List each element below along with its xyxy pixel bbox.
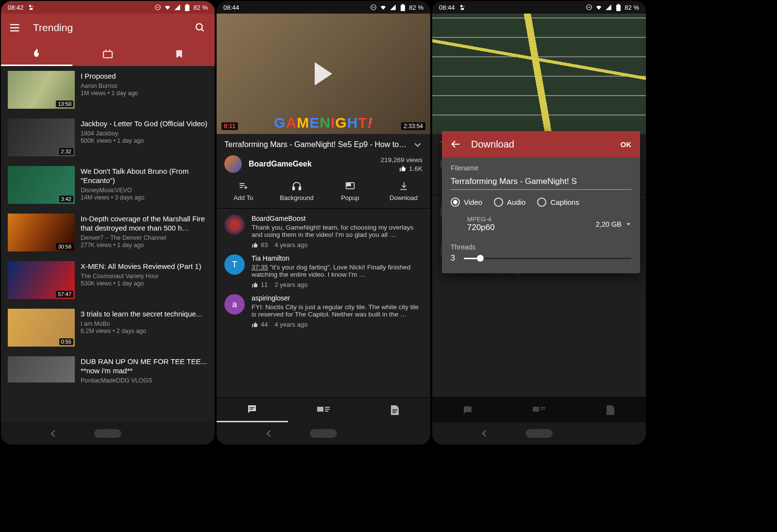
video-stats: 6.2M views • 2 days ago [81, 328, 208, 334]
ok-button[interactable]: OK [621, 140, 632, 149]
svg-rect-33 [392, 409, 397, 410]
video-row[interactable]: 13:50 I Proposed Aaron Burriss 1M views … [1, 66, 215, 114]
person-add-icon [28, 4, 34, 11]
home-pill[interactable] [94, 429, 121, 438]
popup-button[interactable]: Popup [323, 181, 377, 201]
home-pill[interactable] [310, 429, 337, 438]
filename-input[interactable] [451, 175, 631, 190]
video-title: I Proposed [81, 72, 208, 81]
tab-bookmarks[interactable] [143, 42, 215, 66]
dnd-icon [154, 4, 161, 11]
detail-tabs [217, 397, 430, 422]
tab-trending[interactable] [1, 42, 72, 66]
video-row[interactable]: 0:55 3 trials to learn the secret techni… [1, 304, 215, 351]
system-navbar [217, 422, 430, 445]
play-icon[interactable] [315, 62, 332, 85]
svg-rect-22 [293, 187, 295, 190]
radio-video[interactable]: Video [451, 198, 482, 207]
svg-rect-21 [244, 187, 248, 188]
screen-download-dialog: 08:44 82 % Terraforming Mars - GameNight… [432, 1, 646, 445]
video-channel: The Cosmonaut Variety Hour [81, 273, 208, 280]
video-list: 13:50 I Proposed Aaron Burriss 1M views … [1, 66, 215, 389]
svg-rect-35 [392, 412, 396, 413]
thumbnail: 3:42 [8, 166, 75, 204]
radio-audio[interactable]: Audio [494, 198, 525, 207]
thumbnail [8, 356, 75, 382]
page-title: Trending [33, 22, 183, 33]
svg-rect-15 [401, 5, 405, 11]
picture-in-picture-icon [344, 181, 356, 191]
svg-rect-16 [402, 4, 404, 5]
svg-point-0 [29, 5, 31, 7]
video-row[interactable]: 2:32 Jackboy - Letter To God (Official V… [1, 114, 215, 161]
back-arrow-icon[interactable] [451, 139, 461, 150]
thumbnail: 57:47 [8, 261, 75, 299]
comment-row[interactable]: T Tia Hamilton 37:35 "it's your dog fart… [217, 249, 430, 288]
comment-row[interactable]: BoardGameBoost Thank you, GameNight! tea… [217, 209, 430, 249]
comment-age: 2 years ago [274, 281, 307, 288]
svg-rect-40 [618, 4, 620, 5]
download-button[interactable]: Download [377, 181, 430, 201]
radio-captions[interactable]: Captions [537, 198, 579, 207]
tab-comments [432, 404, 504, 416]
status-bar: 08:42 82 % [1, 1, 215, 14]
threads-label: Threads [451, 243, 631, 251]
video-row[interactable]: DUB RAN UP ON ME FOR TEE TEE... **now i'… [1, 351, 215, 389]
tab-related[interactable] [288, 405, 359, 415]
channel-row[interactable]: BoardGameGeek 219,269 views 1.6K [217, 151, 430, 177]
tab-subscriptions[interactable] [72, 42, 144, 66]
threads-slider[interactable] [464, 258, 631, 259]
thumbs-up-icon[interactable] [252, 282, 258, 288]
system-navbar [1, 422, 215, 445]
thumbnail: 13:50 [8, 71, 75, 109]
total-time: 2:33:54 [401, 122, 425, 130]
comment-author: aspiringloser [252, 294, 422, 302]
back-icon[interactable] [478, 427, 491, 440]
svg-rect-6 [10, 27, 19, 28]
search-icon[interactable] [194, 22, 206, 33]
svg-point-8 [196, 24, 203, 30]
screen-video-detail: 08:44 82 % 0:11 2:33:54 GAMENIGHT! Terra… [217, 1, 430, 445]
svg-rect-5 [10, 24, 19, 25]
home-pill[interactable] [525, 429, 553, 438]
back-icon[interactable] [263, 427, 275, 440]
video-row[interactable]: 57:47 X-MEN: All Movies Reviewed (Part 1… [1, 256, 215, 304]
svg-rect-4 [186, 4, 188, 5]
person-add-icon [459, 4, 466, 11]
video-row[interactable]: 3:42 We Don't Talk About Bruno (From "En… [1, 161, 215, 209]
action-row: Add To Background Popup Download [217, 177, 430, 208]
filename-label: Filename [451, 164, 631, 172]
chevron-down-icon[interactable] [413, 140, 422, 150]
svg-rect-30 [325, 407, 330, 408]
comment-row[interactable]: a aspiringloser FYI: Noctis City is just… [217, 288, 430, 328]
back-icon[interactable] [47, 427, 60, 440]
headphones-icon [291, 181, 302, 191]
video-player[interactable]: 0:11 2:33:54 GAMENIGHT! [217, 14, 430, 134]
svg-rect-3 [185, 5, 189, 11]
detail-tabs [432, 397, 646, 422]
thumbs-up-icon[interactable] [252, 321, 258, 328]
video-title: X-MEN: All Movies Reviewed (Part 1) [81, 262, 208, 271]
tab-description[interactable] [359, 404, 430, 416]
screen-trending: 08:42 82 % Trending [1, 1, 215, 445]
wifi-icon [164, 4, 171, 11]
thumbs-up-icon[interactable] [252, 242, 258, 249]
svg-rect-39 [616, 5, 621, 11]
video-row[interactable]: 30:58 In-Depth coverage of the Marshall … [1, 209, 215, 256]
dnd-icon [370, 4, 377, 11]
background-button[interactable]: Background [270, 181, 323, 201]
format-dropdown[interactable]: MPEG-4 720p60 2,20 GB [451, 214, 631, 234]
comment-age: 4 years ago [274, 241, 307, 249]
svg-rect-18 [240, 185, 245, 186]
tab-comments[interactable] [217, 398, 288, 422]
svg-rect-23 [299, 187, 301, 190]
video-channel: 1804 Jackboy [81, 130, 208, 137]
signal-icon [389, 4, 396, 11]
download-dialog: Download OK Filename Video Audio Caption… [442, 131, 640, 273]
video-title: Jackboy - Letter To God (Official Video) [81, 119, 208, 129]
comment-age: 4 years ago [274, 321, 307, 328]
menu-icon[interactable] [10, 22, 21, 33]
add-to-button[interactable]: Add To [217, 181, 270, 201]
video-stats: 530K views • 1 day ago [81, 280, 208, 287]
svg-rect-26 [400, 189, 406, 190]
